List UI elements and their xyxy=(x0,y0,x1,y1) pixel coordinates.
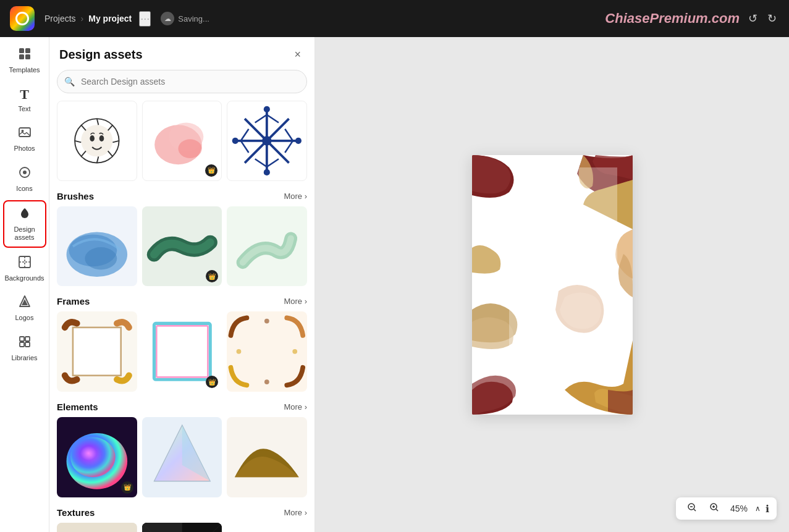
zoom-info-button[interactable]: ℹ xyxy=(766,503,769,515)
sidebar-item-backgrounds[interactable]: Backgrounds xyxy=(3,250,46,287)
list-item[interactable]: 👑 xyxy=(142,206,222,287)
list-item[interactable] xyxy=(57,311,137,392)
brushes-section-header: Brushes More › xyxy=(57,191,307,201)
sidebar-item-design-assets[interactable]: Design assets xyxy=(3,200,46,248)
search-input[interactable] xyxy=(57,70,307,93)
list-item[interactable] xyxy=(142,417,222,497)
frames-grid: 👑 xyxy=(57,311,307,392)
textures-section-header: Textures More › xyxy=(57,507,307,518)
svg-point-45 xyxy=(70,437,116,477)
sidebar-item-logos[interactable]: Logos xyxy=(3,290,46,327)
brushes-more-link[interactable]: More › xyxy=(284,192,307,201)
libraries-label: Libraries xyxy=(11,354,37,362)
list-item[interactable] xyxy=(57,206,137,287)
saving-status: ☁ Saving... xyxy=(161,12,209,25)
breadcrumb: Projects › My project xyxy=(44,14,132,23)
undo-button[interactable]: ↺ xyxy=(746,9,760,28)
svg-rect-39 xyxy=(159,329,205,374)
zoom-chevron-icon[interactable]: ∧ xyxy=(755,504,761,513)
panel-content: 👑 xyxy=(49,101,314,532)
more-options-button[interactable]: ··· xyxy=(139,11,151,27)
list-item[interactable] xyxy=(57,101,137,181)
elements-title: Elements xyxy=(57,402,98,412)
list-item[interactable]: 👑 xyxy=(142,311,222,392)
textures-more-link[interactable]: More › xyxy=(284,508,307,517)
brushes-grid: 👑 xyxy=(57,206,307,287)
svg-rect-3 xyxy=(25,54,30,59)
svg-line-64 xyxy=(716,509,718,511)
canvas-area: 45% ∧ ℹ xyxy=(315,37,789,532)
photos-label: Photos xyxy=(14,145,35,153)
list-item[interactable] xyxy=(227,417,307,497)
svg-point-40 xyxy=(237,349,242,354)
list-item[interactable] xyxy=(142,523,222,532)
saving-label: Saving... xyxy=(178,14,209,23)
list-item[interactable]: 👑 xyxy=(57,417,137,497)
icons-icon xyxy=(18,166,32,182)
design-assets-icon xyxy=(18,206,32,223)
sidebar-item-text[interactable]: T Text xyxy=(3,82,46,118)
list-item[interactable] xyxy=(227,101,307,181)
text-icon: T xyxy=(20,87,29,103)
sidebar-item-photos[interactable]: Photos xyxy=(3,120,46,158)
svg-rect-1 xyxy=(25,48,30,53)
svg-rect-13 xyxy=(20,337,24,341)
panel-close-button[interactable]: × xyxy=(290,47,305,62)
svg-rect-57 xyxy=(509,167,617,378)
elements-more-link[interactable]: More › xyxy=(284,402,307,412)
canvas-frame xyxy=(472,155,633,415)
textures-title: Textures xyxy=(57,507,95,518)
elements-section-header: Elements More › xyxy=(57,402,307,412)
frames-more-link[interactable]: More › xyxy=(284,297,307,306)
svg-point-7 xyxy=(23,171,27,174)
text-label: Text xyxy=(18,105,30,113)
saving-icon: ☁ xyxy=(161,12,174,25)
frames-section: Frames More › xyxy=(57,296,307,392)
design-assets-label: Design assets xyxy=(7,226,43,242)
svg-rect-16 xyxy=(25,342,30,347)
list-item[interactable]: 👑 xyxy=(142,101,222,181)
svg-point-28 xyxy=(263,136,272,145)
svg-point-30 xyxy=(264,169,270,175)
sidebar-item-icons[interactable]: Icons xyxy=(3,161,46,198)
svg-point-42 xyxy=(264,319,269,324)
textures-section: Textures More › xyxy=(57,507,307,532)
logos-label: Logos xyxy=(15,314,34,322)
sidebar-item-templates[interactable]: Templates xyxy=(3,42,46,79)
textures-grid xyxy=(57,523,307,532)
backgrounds-icon xyxy=(18,255,32,272)
svg-point-31 xyxy=(232,138,238,144)
app-logo[interactable] xyxy=(10,6,35,31)
backgrounds-label: Backgrounds xyxy=(4,274,44,282)
logo-inner xyxy=(15,12,29,25)
svg-rect-54 xyxy=(142,523,182,532)
svg-point-5 xyxy=(21,130,23,132)
project-name[interactable]: My project xyxy=(88,14,132,23)
svg-point-41 xyxy=(293,349,298,354)
sidebar-item-libraries[interactable]: Libraries xyxy=(3,330,46,367)
elements-grid: 👑 xyxy=(57,417,307,497)
list-item[interactable] xyxy=(227,311,307,392)
breadcrumb-separator: › xyxy=(81,14,84,23)
svg-point-35 xyxy=(85,247,117,269)
redo-button[interactable]: ↻ xyxy=(765,9,779,28)
frames-title: Frames xyxy=(57,296,90,306)
premium-badge: 👑 xyxy=(205,164,217,177)
svg-rect-15 xyxy=(20,342,24,347)
canvas-artwork xyxy=(472,155,633,415)
top-items-grid: 👑 xyxy=(57,101,307,181)
libraries-icon xyxy=(18,335,32,352)
svg-point-29 xyxy=(264,106,270,112)
undo-redo-group: ↺ ↻ xyxy=(746,9,779,28)
projects-link[interactable]: Projects xyxy=(44,14,76,23)
list-item[interactable] xyxy=(227,206,307,287)
svg-point-43 xyxy=(264,380,269,385)
zoom-in-button[interactable] xyxy=(706,501,723,516)
list-item[interactable] xyxy=(57,523,137,532)
zoom-out-button[interactable] xyxy=(683,501,701,516)
icons-label: Icons xyxy=(16,185,32,193)
svg-point-19 xyxy=(90,135,95,141)
templates-icon xyxy=(18,47,32,64)
panel-header: Design assets × xyxy=(49,37,314,70)
svg-point-32 xyxy=(295,138,302,144)
